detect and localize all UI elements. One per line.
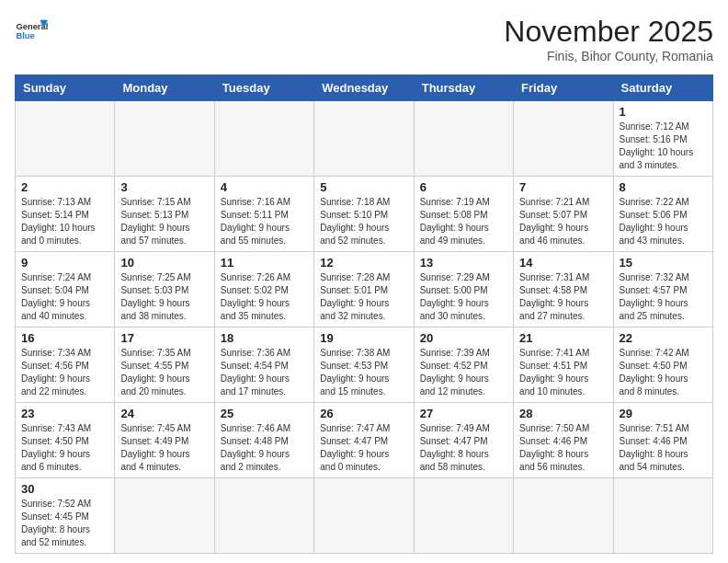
- calendar-cell: [414, 478, 513, 554]
- calendar-cell: 30Sunrise: 7:52 AM Sunset: 4:45 PM Dayli…: [16, 478, 115, 554]
- weekday-header-row: SundayMondayTuesdayWednesdayThursdayFrid…: [16, 75, 713, 101]
- week-row-2: 2Sunrise: 7:13 AM Sunset: 5:14 PM Daylig…: [16, 177, 713, 252]
- day-number: 16: [21, 331, 108, 345]
- calendar-cell: 8Sunrise: 7:22 AM Sunset: 5:06 PM Daylig…: [613, 177, 712, 252]
- day-info: Sunrise: 7:22 AM Sunset: 5:06 PM Dayligh…: [620, 196, 707, 247]
- day-number: 8: [620, 180, 707, 194]
- weekday-header-thursday: Thursday: [414, 75, 513, 101]
- day-info: Sunrise: 7:51 AM Sunset: 4:46 PM Dayligh…: [620, 422, 707, 474]
- day-number: 23: [21, 407, 108, 420]
- day-info: Sunrise: 7:42 AM Sunset: 4:50 PM Dayligh…: [620, 347, 707, 398]
- day-number: 18: [221, 331, 308, 345]
- day-info: Sunrise: 7:46 AM Sunset: 4:48 PM Dayligh…: [221, 422, 308, 474]
- week-row-4: 16Sunrise: 7:34 AM Sunset: 4:56 PM Dayli…: [16, 327, 713, 403]
- day-info: Sunrise: 7:50 AM Sunset: 4:46 PM Dayligh…: [519, 422, 607, 474]
- weekday-header-monday: Monday: [115, 75, 214, 101]
- day-number: 9: [21, 256, 108, 270]
- day-info: Sunrise: 7:29 AM Sunset: 5:00 PM Dayligh…: [420, 271, 507, 323]
- day-info: Sunrise: 7:28 AM Sunset: 5:01 PM Dayligh…: [320, 271, 407, 323]
- calendar-cell: 2Sunrise: 7:13 AM Sunset: 5:14 PM Daylig…: [16, 177, 115, 252]
- day-number: 14: [519, 256, 607, 270]
- calendar-cell: 13Sunrise: 7:29 AM Sunset: 5:00 PM Dayli…: [414, 252, 513, 327]
- day-number: 10: [120, 256, 208, 270]
- logo-icon: General Blue: [15, 15, 48, 48]
- day-number: 29: [620, 407, 707, 420]
- calendar-cell: [115, 101, 214, 177]
- day-number: 13: [420, 256, 507, 270]
- day-number: 22: [620, 331, 707, 345]
- calendar-cell: 4Sunrise: 7:16 AM Sunset: 5:11 PM Daylig…: [214, 177, 313, 252]
- logo: General Blue: [15, 15, 48, 48]
- calendar-cell: [314, 101, 414, 177]
- calendar-cell: 24Sunrise: 7:45 AM Sunset: 4:49 PM Dayli…: [115, 403, 214, 478]
- calendar-cell: 16Sunrise: 7:34 AM Sunset: 4:56 PM Dayli…: [16, 327, 115, 403]
- calendar-cell: [16, 101, 115, 177]
- weekday-header-sunday: Sunday: [16, 75, 115, 101]
- calendar-cell: 26Sunrise: 7:47 AM Sunset: 4:47 PM Dayli…: [314, 403, 414, 478]
- day-number: 28: [519, 407, 607, 420]
- month-title: November 2025: [504, 15, 713, 49]
- weekday-header-wednesday: Wednesday: [314, 75, 414, 101]
- calendar-cell: [314, 478, 414, 554]
- calendar-cell: 21Sunrise: 7:41 AM Sunset: 4:51 PM Dayli…: [514, 327, 613, 403]
- day-info: Sunrise: 7:36 AM Sunset: 4:54 PM Dayligh…: [221, 347, 308, 398]
- day-info: Sunrise: 7:12 AM Sunset: 5:16 PM Dayligh…: [620, 121, 707, 172]
- calendar-cell: 7Sunrise: 7:21 AM Sunset: 5:07 PM Daylig…: [514, 177, 613, 252]
- day-number: 20: [420, 331, 507, 345]
- week-row-6: 30Sunrise: 7:52 AM Sunset: 4:45 PM Dayli…: [16, 478, 713, 554]
- calendar-cell: [514, 478, 613, 554]
- week-row-5: 23Sunrise: 7:43 AM Sunset: 4:50 PM Dayli…: [16, 403, 713, 478]
- day-number: 26: [320, 407, 407, 420]
- calendar-cell: 10Sunrise: 7:25 AM Sunset: 5:03 PM Dayli…: [115, 252, 214, 327]
- day-number: 5: [320, 180, 407, 194]
- calendar-cell: [214, 101, 313, 177]
- day-info: Sunrise: 7:52 AM Sunset: 4:45 PM Dayligh…: [21, 498, 108, 549]
- page-header: General Blue November 2025 Finis, Bihor …: [15, 15, 713, 63]
- day-number: 25: [221, 407, 308, 420]
- calendar-cell: [414, 101, 513, 177]
- calendar-cell: [613, 478, 712, 554]
- calendar-cell: [514, 101, 613, 177]
- day-number: 1: [620, 105, 707, 119]
- day-info: Sunrise: 7:35 AM Sunset: 4:55 PM Dayligh…: [120, 347, 208, 398]
- calendar-cell: 29Sunrise: 7:51 AM Sunset: 4:46 PM Dayli…: [613, 403, 712, 478]
- svg-text:Blue: Blue: [16, 31, 34, 40]
- week-row-1: 1Sunrise: 7:12 AM Sunset: 5:16 PM Daylig…: [16, 101, 713, 177]
- day-info: Sunrise: 7:13 AM Sunset: 5:14 PM Dayligh…: [21, 196, 108, 247]
- weekday-header-friday: Friday: [514, 75, 613, 101]
- calendar-cell: 1Sunrise: 7:12 AM Sunset: 5:16 PM Daylig…: [613, 101, 712, 177]
- day-info: Sunrise: 7:43 AM Sunset: 4:50 PM Dayligh…: [21, 422, 108, 474]
- day-number: 21: [519, 331, 607, 345]
- day-info: Sunrise: 7:45 AM Sunset: 4:49 PM Dayligh…: [120, 422, 208, 474]
- day-number: 17: [120, 331, 208, 345]
- calendar-cell: 20Sunrise: 7:39 AM Sunset: 4:52 PM Dayli…: [414, 327, 513, 403]
- day-number: 30: [21, 482, 108, 496]
- calendar-cell: 19Sunrise: 7:38 AM Sunset: 4:53 PM Dayli…: [314, 327, 414, 403]
- day-number: 3: [120, 180, 208, 194]
- day-number: 19: [320, 331, 407, 345]
- day-number: 24: [120, 407, 208, 420]
- location-subtitle: Finis, Bihor County, Romania: [504, 49, 713, 63]
- calendar-cell: 14Sunrise: 7:31 AM Sunset: 4:58 PM Dayli…: [514, 252, 613, 327]
- day-info: Sunrise: 7:24 AM Sunset: 5:04 PM Dayligh…: [21, 271, 108, 323]
- day-info: Sunrise: 7:21 AM Sunset: 5:07 PM Dayligh…: [519, 196, 607, 247]
- week-row-3: 9Sunrise: 7:24 AM Sunset: 5:04 PM Daylig…: [16, 252, 713, 327]
- day-number: 6: [420, 180, 507, 194]
- calendar-cell: [115, 478, 214, 554]
- day-info: Sunrise: 7:18 AM Sunset: 5:10 PM Dayligh…: [320, 196, 407, 247]
- day-info: Sunrise: 7:38 AM Sunset: 4:53 PM Dayligh…: [320, 347, 407, 398]
- day-info: Sunrise: 7:19 AM Sunset: 5:08 PM Dayligh…: [420, 196, 507, 247]
- day-info: Sunrise: 7:49 AM Sunset: 4:47 PM Dayligh…: [420, 422, 507, 474]
- calendar-cell: 9Sunrise: 7:24 AM Sunset: 5:04 PM Daylig…: [16, 252, 115, 327]
- weekday-header-tuesday: Tuesday: [214, 75, 313, 101]
- calendar-cell: 27Sunrise: 7:49 AM Sunset: 4:47 PM Dayli…: [414, 403, 513, 478]
- day-info: Sunrise: 7:47 AM Sunset: 4:47 PM Dayligh…: [320, 422, 407, 474]
- day-info: Sunrise: 7:31 AM Sunset: 4:58 PM Dayligh…: [519, 271, 607, 323]
- day-info: Sunrise: 7:41 AM Sunset: 4:51 PM Dayligh…: [519, 347, 607, 398]
- day-info: Sunrise: 7:16 AM Sunset: 5:11 PM Dayligh…: [221, 196, 308, 247]
- day-info: Sunrise: 7:25 AM Sunset: 5:03 PM Dayligh…: [120, 271, 208, 323]
- day-number: 2: [21, 180, 108, 194]
- calendar-table: SundayMondayTuesdayWednesdayThursdayFrid…: [15, 75, 713, 554]
- calendar-cell: 3Sunrise: 7:15 AM Sunset: 5:13 PM Daylig…: [115, 177, 214, 252]
- calendar-cell: 12Sunrise: 7:28 AM Sunset: 5:01 PM Dayli…: [314, 252, 414, 327]
